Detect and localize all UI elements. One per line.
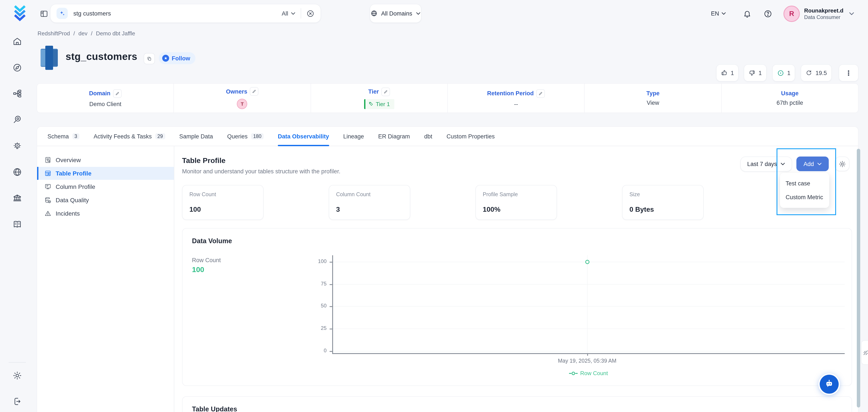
breadcrumb-separator: / (73, 30, 75, 37)
database-check-icon (44, 197, 51, 203)
app-logo-icon[interactable] (12, 5, 28, 23)
table-profile-icon (44, 170, 51, 177)
tab-er-diagram[interactable]: ER Diagram (378, 127, 410, 146)
domains-globe-icon[interactable] (12, 167, 22, 177)
search-query[interactable]: stg customers (73, 10, 282, 17)
chevron-down-icon (780, 163, 785, 166)
profiler-settings-gear-icon[interactable] (835, 157, 849, 171)
legend-row-count[interactable]: Row Count (545, 370, 631, 376)
entity-tab-panel: Schema3 Activity Feeds & Tasks29 Sample … (37, 126, 859, 412)
insights-bulb-icon[interactable] (12, 141, 22, 151)
tab-lineage[interactable]: Lineage (343, 127, 364, 146)
usage-score-button[interactable]: 19.5 (801, 64, 832, 82)
subnav-item-overview[interactable]: Overview (37, 154, 174, 166)
data-volume-card: Data Volume Row Count 100 100 75 50 25 0 (182, 228, 852, 386)
tab-custom-properties[interactable]: Custom Properties (446, 127, 495, 146)
menu-item-custom-metric[interactable]: Custom Metric (780, 190, 829, 204)
tab-sample-data[interactable]: Sample Data (179, 127, 213, 146)
watch-count-button[interactable]: 1 (772, 64, 795, 82)
cursor-glyph-icon (863, 349, 868, 355)
meta-type: Type View (585, 84, 722, 113)
user-menu[interactable]: R Rounakpreet.d Data Consumer (783, 6, 854, 22)
owner-avatar[interactable]: T (237, 99, 247, 109)
menu-item-test-case[interactable]: Test case (780, 177, 829, 190)
subnav-item-table-profile[interactable]: Table Profile (37, 167, 174, 180)
edit-pencil-icon[interactable] (381, 87, 390, 96)
glossary-book-icon[interactable] (12, 219, 22, 229)
subnav-item-column-profile[interactable]: Column Profile (37, 180, 174, 193)
vertical-scrollbar[interactable] (857, 149, 860, 408)
edit-pencil-icon[interactable] (113, 89, 122, 98)
edit-pencil-icon[interactable] (536, 89, 545, 98)
search-clear-icon[interactable] (306, 9, 314, 18)
help-icon[interactable] (764, 9, 772, 18)
explore-compass-icon[interactable] (12, 63, 22, 72)
logout-icon[interactable] (12, 397, 22, 406)
domain-label[interactable]: Domain (89, 90, 111, 97)
upvote-button[interactable]: 1 (716, 64, 739, 82)
breadcrumb-schema[interactable]: Demo dbt Jaffle (96, 30, 135, 37)
sidebar-toggle-icon[interactable] (40, 9, 48, 18)
y-axis-tick (330, 306, 332, 307)
subnav-item-data-quality[interactable]: Data Quality (37, 194, 174, 207)
tab-count-badge: 29 (155, 133, 165, 139)
language-dropdown[interactable]: EN (711, 10, 726, 17)
copy-icon[interactable] (144, 53, 155, 64)
chatbot-button[interactable] (820, 375, 839, 394)
edit-pencil-icon[interactable] (250, 87, 259, 96)
notifications-bell-icon[interactable] (743, 9, 751, 18)
page-title: stg_customers (66, 51, 137, 63)
tab-dbt[interactable]: dbt (424, 127, 432, 146)
chart-metric-value: 100 (192, 265, 204, 274)
breadcrumb-database[interactable]: dev (79, 30, 88, 37)
home-icon[interactable] (12, 37, 22, 46)
subnav-item-incidents[interactable]: Incidents (37, 207, 174, 220)
owners-label[interactable]: Owners (226, 88, 247, 95)
data-point-row-count[interactable] (585, 260, 590, 264)
star-icon: ★ (162, 55, 169, 62)
observability-search-icon[interactable] (12, 115, 22, 124)
y-tick-label: 25 (308, 325, 327, 331)
tab-data-observability[interactable]: Data Observability (278, 127, 329, 146)
follow-button[interactable]: ★ Follow (159, 52, 195, 64)
add-button[interactable]: Add (796, 157, 829, 171)
tab-schema[interactable]: Schema3 (48, 127, 80, 146)
all-domains-dropdown[interactable]: All Domains (370, 4, 422, 23)
usage-label[interactable]: Usage (781, 90, 799, 97)
tab-count-badge: 3 (72, 133, 80, 139)
top-bar: stg customers All All Domains EN (0, 0, 868, 28)
gridline (332, 328, 845, 329)
stat-card-column-count: Column Count 3 (329, 185, 410, 220)
retention-label[interactable]: Retention Period (487, 90, 534, 97)
user-avatar: R (783, 6, 800, 22)
chevron-down-icon (817, 162, 822, 165)
globe-icon (371, 10, 378, 17)
tab-queries[interactable]: Queries180 (227, 127, 264, 146)
type-label[interactable]: Type (646, 90, 659, 97)
lineage-hierarchy-icon[interactable] (12, 89, 22, 98)
robot-icon (824, 379, 835, 390)
global-search-input[interactable]: stg customers All (50, 4, 321, 23)
app-screenshot: stg customers All All Domains EN (0, 0, 868, 412)
legend-line-icon (569, 371, 578, 376)
tier-badge: Tier 1 (364, 99, 394, 109)
governance-bank-icon[interactable] (12, 193, 22, 203)
tier-label[interactable]: Tier (368, 88, 379, 95)
monitor-report-icon (44, 183, 51, 190)
breadcrumb-service[interactable]: RedshiftProd (37, 30, 70, 37)
downvote-button[interactable]: 1 (744, 64, 767, 82)
time-filter-dropdown[interactable]: Last 7 days (740, 157, 792, 171)
chevron-down-icon (849, 12, 854, 15)
search-scope-dropdown[interactable]: All (282, 10, 296, 17)
chart-metric-label: Row Count (192, 257, 221, 263)
more-options-kebab-icon[interactable]: ⋮ (839, 64, 859, 82)
domain-value: Demo Client (89, 101, 121, 107)
retention-value: -- (514, 101, 518, 107)
meta-tier: Tier Tier 1 (311, 84, 448, 113)
tab-activity-feeds[interactable]: Activity Feeds & Tasks29 (94, 127, 165, 146)
floating-widget-partial[interactable] (861, 340, 868, 365)
settings-gear-icon[interactable] (12, 371, 22, 380)
type-value: View (647, 100, 659, 106)
entity-meta-strip: Domain Demo Client Owners T Tier Tier 1 … (37, 83, 859, 113)
table-profile-content: Table Profile Monitor and understand you… (174, 146, 858, 412)
